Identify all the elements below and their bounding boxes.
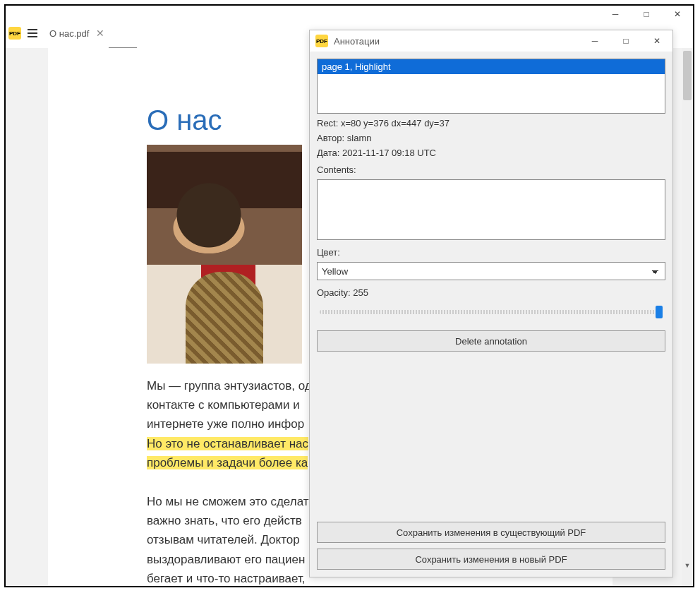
annotation-list[interactable]: page 1, Highlight <box>317 59 665 114</box>
dialog-close-button[interactable]: ✕ <box>641 31 672 51</box>
document-photo <box>147 145 302 364</box>
annotation-author: Автор: slamn <box>317 133 665 143</box>
annotation-list-item[interactable]: page 1, Highlight <box>318 59 665 74</box>
color-label: Цвет: <box>317 247 665 258</box>
dialog-icon: PDF <box>315 35 328 47</box>
dialog-title: Аннотации <box>334 36 574 47</box>
app-window: ─ □ ✕ PDF О нас.pdf ✕ Страница: / 1 ◀ ▶ <box>4 4 694 587</box>
scrollbar-thumb[interactable] <box>683 51 692 100</box>
tab-close-button[interactable]: ✕ <box>96 28 104 39</box>
window-close-button[interactable]: ✕ <box>662 6 693 22</box>
scrollbar[interactable]: ▲ ▼ <box>682 48 693 586</box>
menu-button[interactable] <box>27 29 38 37</box>
delete-annotation-button[interactable]: Delete annotation <box>317 330 665 352</box>
dialog-minimize-button[interactable]: ─ <box>579 31 610 51</box>
opacity-label: Opacity: 255 <box>317 287 665 298</box>
window-titlebar: ─ □ ✕ <box>6 6 693 23</box>
annotation-date: Дата: 2021-11-17 09:18 UTC <box>317 148 665 158</box>
tab-title: О нас.pdf <box>49 28 89 39</box>
opacity-slider[interactable] <box>317 302 665 322</box>
contents-textarea[interactable] <box>317 179 665 240</box>
slider-thumb[interactable] <box>656 306 663 318</box>
annotation-rect: Rect: x=80 y=376 dx=447 dy=37 <box>317 118 665 128</box>
highlighted-text: проблемы и задачи более ка <box>147 456 308 469</box>
save-new-pdf-button[interactable]: Сохранить изменения в новый PDF <box>317 549 665 570</box>
window-minimize-button[interactable]: ─ <box>600 6 631 22</box>
scroll-down-icon[interactable]: ▼ <box>684 562 691 569</box>
document-tab[interactable]: О нас.pdf ✕ <box>44 23 110 43</box>
save-existing-pdf-button[interactable]: Сохранить изменения в существующий PDF <box>317 522 665 543</box>
contents-label: Contents: <box>317 164 665 175</box>
dialog-bottom-buttons: Сохранить изменения в существующий PDF С… <box>317 522 665 570</box>
dialog-maximize-button[interactable]: □ <box>610 31 641 51</box>
annotations-dialog: PDF Аннотации ─ □ ✕ page 1, Highlight Re… <box>309 30 673 577</box>
color-select[interactable]: Yellow <box>317 262 665 280</box>
dialog-titlebar: PDF Аннотации ─ □ ✕ <box>310 30 672 52</box>
app-icon: PDF <box>8 27 21 40</box>
window-maximize-button[interactable]: □ <box>631 6 662 22</box>
dialog-body: page 1, Highlight Rect: x=80 y=376 dx=44… <box>310 52 672 577</box>
highlighted-text: Но это не останавливает нас <box>147 437 308 450</box>
